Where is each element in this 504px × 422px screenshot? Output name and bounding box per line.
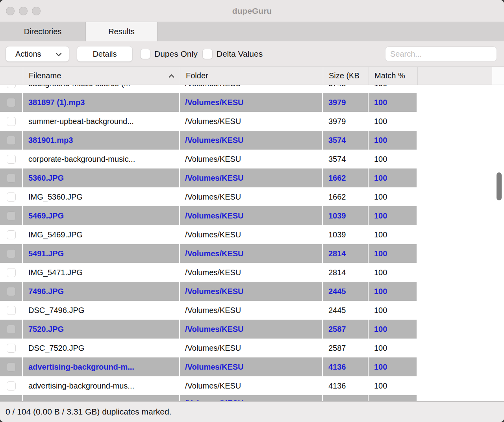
cell-size: 2445 — [323, 282, 369, 301]
cell-folder: /Volumes/KESU — [180, 206, 323, 225]
tab-directories[interactable]: Directories — [0, 22, 86, 41]
row-checkbox-cell — [0, 263, 23, 282]
tab-results[interactable]: Results — [86, 22, 158, 41]
cell-filler — [417, 187, 504, 206]
cell-match: 100 — [369, 131, 417, 150]
table-row[interactable]: IMG_5360.JPG/Volumes/KESU1662100 — [0, 187, 504, 206]
dupes-only-label: Dupes Only — [154, 49, 198, 59]
column-header-filename[interactable]: Filename — [23, 67, 180, 85]
table-row[interactable]: background-music-source (.../Volumes/KES… — [0, 85, 504, 93]
row-checkbox-cell — [0, 93, 23, 112]
cell-folder: /Volumes/KESU — [180, 376, 323, 395]
cell-match: 100 — [369, 244, 417, 263]
mark-duplicate-checkbox[interactable] — [7, 155, 16, 164]
cell-folder: /Volumes/KESU — [180, 320, 323, 339]
cell-folder: /Volumes/KESU — [180, 112, 323, 131]
table-row[interactable]: advertising-background-m.../Volumes/KESU… — [0, 357, 504, 376]
dupes-only-group: Dupes Only — [140, 49, 198, 59]
vertical-scrollbar-thumb[interactable] — [497, 172, 502, 200]
cell-filename: DSC_7496.JPG — [23, 301, 180, 320]
tab-directories-label: Directories — [24, 27, 62, 36]
zoom-button[interactable] — [32, 7, 41, 15]
cell-size: 2445 — [323, 301, 369, 320]
cell-filler — [417, 301, 504, 320]
minimize-button[interactable] — [19, 7, 28, 15]
row-checkbox-cell — [0, 395, 23, 401]
mark-duplicate-checkbox[interactable] — [7, 85, 16, 88]
cell-filler — [417, 320, 504, 339]
mark-duplicate-checkbox[interactable] — [7, 192, 16, 202]
mark-duplicate-checkbox[interactable] — [7, 268, 16, 277]
mark-duplicate-checkbox[interactable] — [7, 344, 16, 353]
sort-ascending-icon — [169, 74, 174, 78]
table-row[interactable]: DSC_7496.JPG/Volumes/KESU2445100 — [0, 301, 504, 320]
mark-duplicate-checkbox[interactable] — [7, 381, 16, 391]
mark-duplicate-checkbox[interactable] — [7, 306, 16, 315]
cell-filename: 7496.JPG — [23, 282, 180, 301]
table-row[interactable]: 5360.JPG/Volumes/KESU1662100 — [0, 168, 504, 187]
mark-duplicate-checkbox — [7, 98, 16, 107]
status-bar: 0 / 104 (0.00 B / 3.31 GB) duplicates ma… — [0, 401, 504, 422]
cell-size — [323, 395, 369, 401]
cell-filler — [417, 339, 504, 357]
cell-size: 3979 — [323, 112, 369, 131]
row-checkbox-cell — [0, 150, 23, 168]
cell-match: 100 — [369, 320, 417, 339]
cell-folder: /Volumes/KESU — [180, 301, 323, 320]
column-header-filler — [417, 67, 492, 85]
mark-duplicate-checkbox — [7, 325, 16, 334]
table-row[interactable]: advertising-background-mus.../Volumes/KE… — [0, 376, 504, 395]
cell-match: 100 — [369, 376, 417, 395]
column-header-match[interactable]: Match % — [369, 67, 417, 85]
column-header-folder-label: Folder — [186, 71, 208, 80]
cell-filename: advertising-background-m... — [23, 357, 180, 376]
table-row[interactable]: 7520.JPG/Volumes/KESU2587100 — [0, 320, 504, 339]
delta-values-checkbox[interactable] — [202, 49, 213, 59]
cell-filler — [417, 168, 504, 187]
cell-folder: /Volumes/KESU — [180, 85, 323, 93]
cell-filler — [417, 263, 504, 282]
row-checkbox-cell — [0, 85, 23, 93]
table-row[interactable]: /Volumes/KESU — [0, 395, 504, 401]
cell-folder: /Volumes/KESU — [180, 93, 323, 112]
cell-folder: /Volumes/KESU — [180, 244, 323, 263]
cell-size: 3574 — [323, 150, 369, 168]
close-button[interactable] — [6, 7, 15, 15]
cell-match: 100 — [369, 168, 417, 187]
column-header-size[interactable]: Size (KB — [323, 67, 369, 85]
dupes-only-checkbox[interactable] — [140, 49, 150, 59]
cell-filename — [23, 395, 180, 401]
table-header: Filename Folder Size (KB Match % — [0, 67, 504, 85]
cell-size: 2587 — [323, 339, 369, 357]
actions-button[interactable]: Actions — [6, 46, 69, 62]
cell-folder: /Volumes/KESU — [180, 168, 323, 187]
table-row[interactable]: DSC_7520.JPG/Volumes/KESU2587100 — [0, 339, 504, 357]
cell-filename: 5491.JPG — [23, 244, 180, 263]
table-row[interactable]: corporate-background-music.../Volumes/KE… — [0, 150, 504, 168]
cell-filename: DSC_7520.JPG — [23, 339, 180, 357]
details-button[interactable]: Details — [77, 46, 133, 62]
table-row[interactable]: 7496.JPG/Volumes/KESU2445100 — [0, 282, 504, 301]
table-row[interactable]: IMG_5469.JPG/Volumes/KESU1039100 — [0, 225, 504, 244]
search-input[interactable] — [385, 46, 497, 61]
table-row[interactable]: 381897 (1).mp3/Volumes/KESU3979100 — [0, 93, 504, 112]
table-row[interactable]: IMG_5471.JPG/Volumes/KESU2814100 — [0, 263, 504, 282]
row-checkbox-cell — [0, 187, 23, 206]
mark-duplicate-checkbox[interactable] — [7, 117, 16, 126]
table-row[interactable]: 5491.JPG/Volumes/KESU2814100 — [0, 244, 504, 263]
table-row[interactable]: 381901.mp3/Volumes/KESU3574100 — [0, 131, 504, 150]
table-row[interactable]: summer-upbeat-background.../Volumes/KESU… — [0, 112, 504, 131]
cell-match: 100 — [369, 150, 417, 168]
mark-duplicate-checkbox — [7, 249, 16, 258]
cell-size: 1662 — [323, 168, 369, 187]
cell-size: 3574 — [323, 131, 369, 150]
table-row[interactable]: 5469.JPG/Volumes/KESU1039100 — [0, 206, 504, 225]
cell-match: 100 — [369, 339, 417, 357]
column-header-size-label: Size (KB — [329, 71, 359, 80]
details-button-label: Details — [93, 50, 117, 59]
cell-filename: IMG_5471.JPG — [23, 263, 180, 282]
mark-duplicate-checkbox[interactable] — [7, 230, 16, 239]
cell-match: 100 — [369, 301, 417, 320]
column-header-folder[interactable]: Folder — [180, 67, 323, 85]
cell-folder: /Volumes/KESU — [180, 187, 323, 206]
